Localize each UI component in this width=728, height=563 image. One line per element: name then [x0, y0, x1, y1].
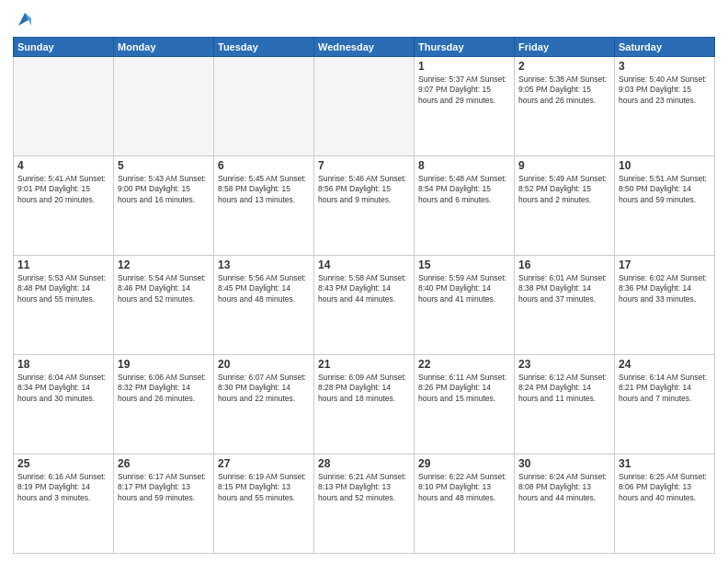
cell-day-info: Sunrise: 5:40 AM Sunset: 9:03 PM Dayligh…	[619, 75, 711, 106]
cell-day-number: 22	[418, 358, 510, 371]
calendar-cell	[214, 57, 314, 156]
header-saturday: Saturday	[615, 38, 715, 57]
cell-day-info: Sunrise: 6:14 AM Sunset: 8:21 PM Dayligh…	[619, 373, 711, 404]
cell-day-info: Sunrise: 5:48 AM Sunset: 8:54 PM Dayligh…	[418, 174, 510, 205]
cell-day-info: Sunrise: 6:24 AM Sunset: 8:08 PM Dayligh…	[518, 472, 610, 503]
cell-day-info: Sunrise: 5:59 AM Sunset: 8:40 PM Dayligh…	[418, 273, 510, 304]
calendar-cell: 10Sunrise: 5:51 AM Sunset: 8:50 PM Dayli…	[615, 156, 715, 256]
calendar-cell: 30Sunrise: 6:24 AM Sunset: 8:08 PM Dayli…	[515, 454, 615, 554]
cell-day-info: Sunrise: 5:53 AM Sunset: 8:48 PM Dayligh…	[17, 273, 109, 304]
calendar-week-row: 11Sunrise: 5:53 AM Sunset: 8:48 PM Dayli…	[14, 256, 715, 355]
cell-day-info: Sunrise: 5:37 AM Sunset: 9:07 PM Dayligh…	[418, 75, 510, 106]
cell-day-number: 18	[17, 358, 109, 371]
cell-day-info: Sunrise: 6:04 AM Sunset: 8:34 PM Dayligh…	[17, 373, 109, 404]
cell-day-number: 15	[418, 259, 510, 271]
header-tuesday: Tuesday	[214, 38, 314, 57]
calendar-cell: 6Sunrise: 5:45 AM Sunset: 8:58 PM Daylig…	[214, 156, 314, 256]
header-monday: Monday	[114, 38, 214, 57]
calendar-cell	[314, 57, 415, 156]
cell-day-info: Sunrise: 6:22 AM Sunset: 8:10 PM Dayligh…	[418, 472, 510, 503]
cell-day-number: 16	[518, 259, 610, 271]
calendar-table: Sunday Monday Tuesday Wednesday Thursday…	[13, 37, 715, 554]
logo	[13, 9, 35, 29]
cell-day-number: 12	[118, 259, 210, 271]
calendar-cell: 21Sunrise: 6:09 AM Sunset: 8:28 PM Dayli…	[314, 355, 415, 454]
cell-day-number: 5	[118, 159, 210, 172]
cell-day-info: Sunrise: 6:21 AM Sunset: 8:13 PM Dayligh…	[318, 472, 410, 503]
cell-day-info: Sunrise: 5:49 AM Sunset: 8:52 PM Dayligh…	[518, 174, 610, 205]
cell-day-number: 31	[619, 457, 711, 470]
calendar-cell: 24Sunrise: 6:14 AM Sunset: 8:21 PM Dayli…	[615, 355, 715, 454]
cell-day-info: Sunrise: 6:06 AM Sunset: 8:32 PM Dayligh…	[118, 373, 210, 404]
calendar-cell: 31Sunrise: 6:25 AM Sunset: 8:06 PM Dayli…	[615, 454, 715, 554]
calendar-cell: 22Sunrise: 6:11 AM Sunset: 8:26 PM Dayli…	[415, 355, 515, 454]
cell-day-info: Sunrise: 5:38 AM Sunset: 9:05 PM Dayligh…	[518, 75, 610, 106]
calendar-week-row: 25Sunrise: 6:16 AM Sunset: 8:19 PM Dayli…	[14, 454, 715, 554]
calendar-cell: 14Sunrise: 5:58 AM Sunset: 8:43 PM Dayli…	[314, 256, 415, 355]
calendar-cell: 15Sunrise: 5:59 AM Sunset: 8:40 PM Dayli…	[415, 256, 515, 355]
cell-day-number: 1	[418, 60, 510, 73]
logo-icon	[15, 9, 35, 29]
cell-day-info: Sunrise: 6:11 AM Sunset: 8:26 PM Dayligh…	[418, 373, 510, 404]
calendar-cell: 8Sunrise: 5:48 AM Sunset: 8:54 PM Daylig…	[415, 156, 515, 256]
calendar-cell: 23Sunrise: 6:12 AM Sunset: 8:24 PM Dayli…	[515, 355, 615, 454]
cell-day-info: Sunrise: 5:51 AM Sunset: 8:50 PM Dayligh…	[619, 174, 711, 205]
cell-day-number: 23	[518, 358, 610, 371]
cell-day-number: 29	[418, 457, 510, 470]
cell-day-info: Sunrise: 6:12 AM Sunset: 8:24 PM Dayligh…	[518, 373, 610, 404]
cell-day-number: 8	[418, 159, 510, 172]
cell-day-number: 19	[118, 358, 210, 371]
cell-day-number: 13	[218, 259, 310, 271]
header-thursday: Thursday	[415, 38, 515, 57]
cell-day-number: 30	[518, 457, 610, 470]
calendar-cell: 3Sunrise: 5:40 AM Sunset: 9:03 PM Daylig…	[615, 57, 715, 156]
cell-day-number: 11	[17, 259, 109, 271]
calendar-cell: 12Sunrise: 5:54 AM Sunset: 8:46 PM Dayli…	[114, 256, 214, 355]
calendar-cell: 9Sunrise: 5:49 AM Sunset: 8:52 PM Daylig…	[515, 156, 615, 256]
cell-day-info: Sunrise: 6:17 AM Sunset: 8:17 PM Dayligh…	[118, 472, 210, 503]
cell-day-info: Sunrise: 5:43 AM Sunset: 9:00 PM Dayligh…	[118, 174, 210, 205]
calendar-cell: 29Sunrise: 6:22 AM Sunset: 8:10 PM Dayli…	[415, 454, 515, 554]
cell-day-number: 20	[218, 358, 310, 371]
cell-day-info: Sunrise: 6:07 AM Sunset: 8:30 PM Dayligh…	[218, 373, 310, 404]
calendar-cell: 1Sunrise: 5:37 AM Sunset: 9:07 PM Daylig…	[415, 57, 515, 156]
cell-day-info: Sunrise: 5:41 AM Sunset: 9:01 PM Dayligh…	[17, 174, 109, 205]
calendar-cell: 13Sunrise: 5:56 AM Sunset: 8:45 PM Dayli…	[214, 256, 314, 355]
calendar-cell: 26Sunrise: 6:17 AM Sunset: 8:17 PM Dayli…	[114, 454, 214, 554]
calendar-cell: 16Sunrise: 6:01 AM Sunset: 8:38 PM Dayli…	[515, 256, 615, 355]
cell-day-number: 17	[619, 259, 711, 271]
cell-day-info: Sunrise: 6:09 AM Sunset: 8:28 PM Dayligh…	[318, 373, 410, 404]
calendar-cell: 7Sunrise: 5:46 AM Sunset: 8:56 PM Daylig…	[314, 156, 415, 256]
cell-day-info: Sunrise: 5:45 AM Sunset: 8:58 PM Dayligh…	[218, 174, 310, 205]
cell-day-info: Sunrise: 6:19 AM Sunset: 8:15 PM Dayligh…	[218, 472, 310, 503]
calendar-cell: 5Sunrise: 5:43 AM Sunset: 9:00 PM Daylig…	[114, 156, 214, 256]
header	[13, 9, 715, 29]
calendar-cell: 25Sunrise: 6:16 AM Sunset: 8:19 PM Dayli…	[14, 454, 114, 554]
calendar-cell	[14, 57, 114, 156]
cell-day-number: 14	[318, 259, 410, 271]
calendar-cell: 19Sunrise: 6:06 AM Sunset: 8:32 PM Dayli…	[114, 355, 214, 454]
cell-day-number: 10	[619, 159, 711, 172]
header-friday: Friday	[515, 38, 615, 57]
cell-day-info: Sunrise: 5:46 AM Sunset: 8:56 PM Dayligh…	[318, 174, 410, 205]
calendar-week-row: 1Sunrise: 5:37 AM Sunset: 9:07 PM Daylig…	[14, 57, 715, 156]
cell-day-info: Sunrise: 6:02 AM Sunset: 8:36 PM Dayligh…	[619, 273, 711, 304]
cell-day-number: 7	[318, 159, 410, 172]
header-sunday: Sunday	[14, 38, 114, 57]
calendar-cell: 4Sunrise: 5:41 AM Sunset: 9:01 PM Daylig…	[14, 156, 114, 256]
cell-day-number: 21	[318, 358, 410, 371]
calendar-cell: 20Sunrise: 6:07 AM Sunset: 8:30 PM Dayli…	[214, 355, 314, 454]
cell-day-number: 25	[17, 457, 109, 470]
cell-day-info: Sunrise: 5:56 AM Sunset: 8:45 PM Dayligh…	[218, 273, 310, 304]
cell-day-info: Sunrise: 5:54 AM Sunset: 8:46 PM Dayligh…	[118, 273, 210, 304]
calendar-week-row: 4Sunrise: 5:41 AM Sunset: 9:01 PM Daylig…	[14, 156, 715, 256]
cell-day-number: 26	[118, 457, 210, 470]
cell-day-number: 28	[318, 457, 410, 470]
cell-day-info: Sunrise: 5:58 AM Sunset: 8:43 PM Dayligh…	[318, 273, 410, 304]
calendar-cell: 2Sunrise: 5:38 AM Sunset: 9:05 PM Daylig…	[515, 57, 615, 156]
cell-day-number: 9	[518, 159, 610, 172]
calendar-body: 1Sunrise: 5:37 AM Sunset: 9:07 PM Daylig…	[14, 57, 715, 554]
page: Sunday Monday Tuesday Wednesday Thursday…	[0, 0, 728, 563]
cell-day-number: 4	[17, 159, 109, 172]
days-header-row: Sunday Monday Tuesday Wednesday Thursday…	[14, 38, 715, 57]
